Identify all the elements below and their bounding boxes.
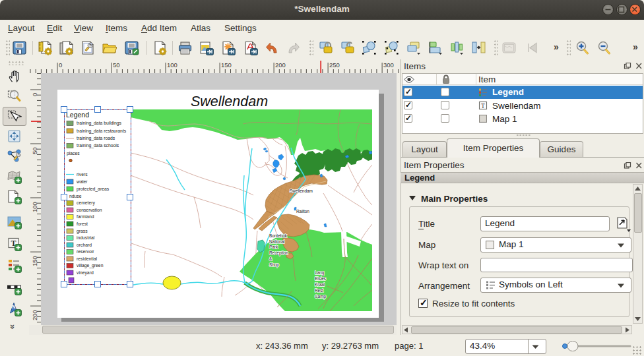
svg-text:Rest: Rest	[315, 288, 323, 293]
svg-text:Shop: Shop	[269, 262, 279, 268]
svg-text:Bontebok: Bontebok	[269, 233, 288, 238]
svg-text:Camp: Camp	[315, 294, 326, 299]
svg-text:Park: Park	[269, 245, 278, 249]
svg-text:Railton: Railton	[296, 209, 309, 214]
svg-text:&: &	[269, 256, 273, 261]
svg-text:National: National	[269, 239, 284, 244]
svg-text:Swellendam: Swellendam	[290, 189, 313, 193]
svg-text:Lang: Lang	[315, 270, 325, 276]
svg-text:Kraal: Kraal	[315, 282, 325, 287]
svg-text:Reception: Reception	[269, 251, 288, 256]
svg-text:N: N	[12, 305, 15, 309]
svg-text:T: T	[481, 103, 485, 109]
svg-text:Elsies: Elsies	[315, 276, 326, 281]
